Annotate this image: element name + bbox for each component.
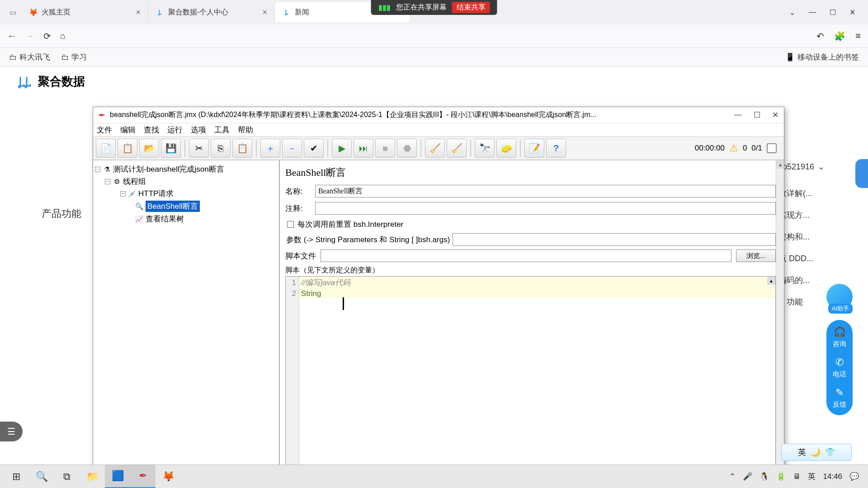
help-button[interactable]: ? xyxy=(546,139,566,158)
maximize-icon[interactable]: ☐ xyxy=(830,8,836,17)
ime-indicator[interactable]: 英 🌙 👕 xyxy=(781,444,852,461)
stop-button[interactable]: ■ xyxy=(375,139,395,158)
toc-item[interactable]: 点 DDD... xyxy=(778,248,846,269)
bookmark-mobile[interactable]: 📱 移动设备上的书签 xyxy=(785,52,859,62)
tree-test-plan[interactable]: − ⚗ 测试计划-beanshell完成json断言 xyxy=(95,163,277,175)
close-icon[interactable]: × xyxy=(262,8,267,17)
open-button[interactable]: 📂 xyxy=(139,139,159,158)
tree-thread-group[interactable]: − ⚙ 线程组 xyxy=(95,175,277,188)
bookmark-kedaxunfei[interactable]: 🗀 科大讯飞 xyxy=(9,52,50,62)
shutdown-button[interactable]: ⬣ xyxy=(397,139,417,158)
templates-button[interactable]: 📋 xyxy=(118,139,137,158)
script-file-input[interactable] xyxy=(321,249,731,262)
extension-icon[interactable]: 🧩 xyxy=(834,31,845,42)
script-editor[interactable]: 12 //编写java代码 String ▲ xyxy=(285,276,776,486)
search-button[interactable]: 🔭 xyxy=(475,139,495,158)
tray-battery-icon[interactable]: 🔋 xyxy=(776,472,786,481)
function-helper-button[interactable]: 📝 xyxy=(524,139,544,158)
new-button[interactable]: 📄 xyxy=(96,139,116,158)
code-lines[interactable]: //编写java代码 String xyxy=(299,277,775,485)
tray-chevron-icon[interactable]: ⌃ xyxy=(729,472,736,481)
tree-result-tree[interactable]: 📈 查看结果树 xyxy=(95,213,277,225)
clear-button[interactable]: 🧹 xyxy=(425,139,445,158)
checkbox[interactable] xyxy=(287,221,294,228)
home-icon[interactable]: ⌂ xyxy=(60,31,66,41)
end-share-button[interactable]: 结束共享 xyxy=(452,2,490,13)
name-input[interactable] xyxy=(315,185,776,197)
scroll-up-icon[interactable]: ▲ xyxy=(776,160,784,169)
reset-interpreter-row[interactable]: 每次调用前重置 bsh.Interpreter xyxy=(285,219,776,230)
tab-juhe[interactable]: Ⳗ 聚合数据-个人中心 × xyxy=(148,2,275,22)
menu-icon[interactable]: ≡ xyxy=(855,31,861,42)
editor-scroll-up-icon[interactable]: ▲ xyxy=(767,277,775,285)
expand-button[interactable]: ＋ xyxy=(260,139,280,158)
minimize-icon[interactable]: — xyxy=(734,110,742,120)
reload-icon[interactable]: ⟳ xyxy=(43,31,51,42)
bookmark-study[interactable]: 🗀 学习 xyxy=(61,52,87,62)
jmeter-titlebar[interactable]: ✒ beanshell完成json断言.jmx (D:\kdxf\2024年秋季… xyxy=(93,107,784,123)
toc-toggle[interactable]: ☰ xyxy=(0,422,23,441)
start-button[interactable]: ▶ xyxy=(332,139,352,158)
phone-button[interactable]: ✆ 电话 xyxy=(833,357,846,379)
close-icon[interactable]: ✕ xyxy=(849,8,855,17)
menu-tools[interactable]: 工具 xyxy=(214,125,230,135)
menu-file[interactable]: 文件 xyxy=(97,125,112,135)
save-button[interactable]: 💾 xyxy=(161,139,181,158)
reset-search-button[interactable]: 🧽 xyxy=(496,139,516,158)
copy-button[interactable]: ⎘ xyxy=(211,139,231,158)
explorer-button[interactable]: 📁 xyxy=(80,465,105,488)
tray-ime[interactable]: 英 xyxy=(808,471,816,482)
menu-edit[interactable]: 编辑 xyxy=(120,125,136,135)
tray-qq-icon[interactable]: 🐧 xyxy=(760,472,769,481)
editor-blank[interactable] xyxy=(299,298,775,485)
tabs-dropdown-icon[interactable]: ⌄ xyxy=(789,8,795,17)
cut-button[interactable]: ✂ xyxy=(189,139,209,158)
tree-beanshell-assertion[interactable]: 🔍 BeanShell断言 xyxy=(95,200,277,213)
feedback-button[interactable]: ✎ 反馈 xyxy=(833,387,846,409)
forward-icon[interactable]: → xyxy=(25,31,34,41)
tray-clock[interactable]: 14:46 xyxy=(823,472,842,481)
collapse-icon[interactable]: − xyxy=(120,191,126,197)
test-plan-tree[interactable]: − ⚗ 测试计划-beanshell完成json断言 − ⚙ 线程组 − 💉 H… xyxy=(93,160,280,488)
menu-search[interactable]: 查找 xyxy=(144,125,159,135)
toggle-button[interactable]: ✔ xyxy=(304,139,324,158)
maximize-icon[interactable]: ☐ xyxy=(754,110,760,120)
paste-button[interactable]: 📋 xyxy=(232,139,252,158)
clear-all-button[interactable]: 🧹 xyxy=(447,139,467,158)
search-button[interactable]: 🔍 xyxy=(29,465,54,488)
collapse-icon[interactable]: − xyxy=(95,167,100,172)
parameters-input[interactable] xyxy=(453,233,776,246)
toc-item[interactable]: 数详解(... xyxy=(778,183,846,204)
toc-item[interactable]: 架构和... xyxy=(778,226,846,248)
close-icon[interactable]: ✕ xyxy=(772,110,778,120)
tab-firefox-home[interactable]: 🦊 火狐主页 × xyxy=(22,2,148,22)
firefox-taskbar-button[interactable]: 🦊 xyxy=(156,465,181,488)
warning-icon[interactable]: ⚠ xyxy=(729,142,738,154)
toc-item[interactable]: 实现方... xyxy=(778,204,846,226)
vertical-scrollbar[interactable]: ▲ ▼ xyxy=(776,160,784,488)
tray-notifications-icon[interactable]: 💬 xyxy=(849,472,859,481)
tree-http-request[interactable]: − 💉 HTTP请求 xyxy=(95,188,277,200)
start-no-pause-button[interactable]: ⏭ xyxy=(354,139,373,158)
browse-button[interactable]: 浏览... xyxy=(736,249,776,262)
menu-options[interactable]: 选项 xyxy=(191,125,206,135)
tray-network-icon[interactable]: 🖥 xyxy=(793,472,801,481)
minimize-icon[interactable]: — xyxy=(809,8,816,17)
task-view-button[interactable]: ⧉ xyxy=(54,465,80,488)
undo-icon[interactable]: ↶ xyxy=(816,31,824,42)
user-badge[interactable]: sp521916 ⌄ xyxy=(778,162,846,172)
tab-list-button[interactable]: ▭ xyxy=(4,3,22,21)
collapse-icon[interactable]: − xyxy=(105,179,110,184)
side-handle[interactable] xyxy=(855,159,868,188)
app-button[interactable]: 🟦 xyxy=(105,465,130,488)
start-button[interactable]: ⊞ xyxy=(4,465,29,488)
back-icon[interactable]: ← xyxy=(7,31,16,41)
consult-button[interactable]: 🎧 咨询 xyxy=(833,326,846,348)
comment-input[interactable] xyxy=(315,202,776,215)
close-icon[interactable]: × xyxy=(136,8,141,17)
menu-run[interactable]: 运行 xyxy=(167,125,183,135)
menu-help[interactable]: 帮助 xyxy=(238,125,253,135)
collapse-button[interactable]: － xyxy=(282,139,302,158)
tray-mic-icon[interactable]: 🎤 xyxy=(743,472,752,481)
jmeter-taskbar-button[interactable]: ✒ xyxy=(130,465,156,488)
